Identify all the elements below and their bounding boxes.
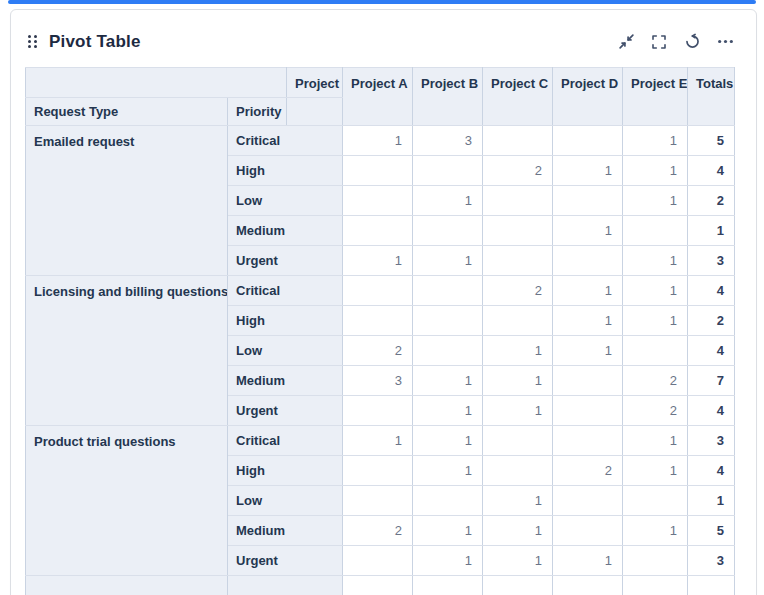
value-cell[interactable]: 3 xyxy=(343,366,413,396)
more-button[interactable] xyxy=(716,33,734,51)
value-cell xyxy=(413,576,483,595)
value-cell xyxy=(343,276,413,306)
value-cell[interactable]: 3 xyxy=(413,126,483,156)
value-cell[interactable]: 1 xyxy=(413,456,483,486)
value-cell[interactable]: 1 xyxy=(483,336,553,366)
total-cell[interactable]: 4 xyxy=(688,156,735,186)
priority-cell: Urgent xyxy=(228,396,343,426)
value-cell[interactable]: 2 xyxy=(623,396,688,426)
total-cell[interactable]: 4 xyxy=(688,336,735,366)
value-cell xyxy=(483,216,553,246)
value-cell[interactable]: 1 xyxy=(553,216,623,246)
priority-cell: Low xyxy=(228,186,343,216)
top-accent-bar xyxy=(8,0,756,4)
value-cell[interactable]: 1 xyxy=(483,396,553,426)
table-row-partial xyxy=(26,576,735,595)
total-cell[interactable]: 3 xyxy=(688,546,735,576)
value-cell[interactable]: 1 xyxy=(343,246,413,276)
value-cell[interactable]: 2 xyxy=(553,456,623,486)
value-cell xyxy=(343,546,413,576)
priority-cell: High xyxy=(228,306,343,336)
value-cell xyxy=(343,216,413,246)
minimize-button[interactable] xyxy=(617,33,635,51)
total-cell[interactable]: 1 xyxy=(688,486,735,516)
value-cell[interactable]: 1 xyxy=(623,306,688,336)
column-header-totals: Totals xyxy=(688,68,735,126)
priority-spacer-cell xyxy=(287,98,343,126)
request-type-header: Request Type xyxy=(26,98,228,126)
request-type-cell: Product trial questions xyxy=(26,426,228,576)
value-cell[interactable]: 1 xyxy=(413,186,483,216)
value-cell[interactable]: 1 xyxy=(623,246,688,276)
value-cell[interactable]: 1 xyxy=(413,426,483,456)
value-cell xyxy=(553,486,623,516)
value-cell xyxy=(483,186,553,216)
total-cell[interactable]: 1 xyxy=(688,216,735,246)
total-cell[interactable]: 7 xyxy=(688,366,735,396)
priority-cell: Medium xyxy=(228,366,343,396)
value-cell[interactable]: 2 xyxy=(343,336,413,366)
total-cell[interactable]: 3 xyxy=(688,246,735,276)
value-cell[interactable]: 1 xyxy=(553,276,623,306)
total-cell[interactable]: 3 xyxy=(688,426,735,456)
total-cell[interactable]: 2 xyxy=(688,306,735,336)
value-cell xyxy=(553,126,623,156)
value-cell xyxy=(483,306,553,336)
total-cell[interactable]: 5 xyxy=(688,126,735,156)
priority-cell: Critical xyxy=(228,276,343,306)
value-cell[interactable]: 1 xyxy=(623,126,688,156)
value-cell[interactable]: 1 xyxy=(553,156,623,186)
gadget-toolbar xyxy=(617,33,734,51)
value-cell[interactable]: 1 xyxy=(483,486,553,516)
value-cell[interactable]: 1 xyxy=(413,516,483,546)
value-cell xyxy=(343,306,413,336)
value-cell xyxy=(553,516,623,546)
value-cell[interactable]: 1 xyxy=(413,396,483,426)
value-cell[interactable]: 2 xyxy=(483,156,553,186)
refresh-icon xyxy=(684,33,701,50)
value-cell[interactable]: 1 xyxy=(413,366,483,396)
value-cell xyxy=(623,216,688,246)
column-header-project-c: Project C xyxy=(483,68,553,126)
value-cell xyxy=(413,156,483,186)
total-cell[interactable]: 4 xyxy=(688,396,735,426)
total-cell[interactable]: 5 xyxy=(688,516,735,546)
total-cell[interactable]: 4 xyxy=(688,456,735,486)
table-row: Product trial questionsCritical1113 xyxy=(26,426,735,456)
value-cell[interactable]: 1 xyxy=(623,186,688,216)
value-cell[interactable]: 1 xyxy=(413,246,483,276)
value-cell[interactable]: 1 xyxy=(623,516,688,546)
value-cell[interactable]: 1 xyxy=(623,276,688,306)
pivot-table-gadget: Pivot Table xyxy=(10,9,757,595)
refresh-button[interactable] xyxy=(683,33,701,51)
drag-handle-icon[interactable] xyxy=(28,35,37,48)
column-header-project-d: Project D xyxy=(553,68,623,126)
value-cell xyxy=(413,486,483,516)
value-cell xyxy=(553,396,623,426)
value-cell[interactable]: 2 xyxy=(483,276,553,306)
value-cell[interactable]: 1 xyxy=(623,156,688,186)
value-cell[interactable]: 1 xyxy=(483,366,553,396)
column-dimension-header: Project xyxy=(287,68,343,98)
value-cell xyxy=(623,546,688,576)
value-cell[interactable]: 1 xyxy=(623,456,688,486)
value-cell[interactable]: 1 xyxy=(343,426,413,456)
value-cell[interactable]: 1 xyxy=(553,306,623,336)
value-cell[interactable]: 1 xyxy=(343,126,413,156)
value-cell[interactable]: 1 xyxy=(623,426,688,456)
value-cell[interactable]: 1 xyxy=(553,336,623,366)
value-cell[interactable]: 1 xyxy=(413,546,483,576)
value-cell xyxy=(483,576,553,595)
gadget-header: Pivot Table xyxy=(11,10,756,67)
fullscreen-button[interactable] xyxy=(650,33,668,51)
value-cell[interactable]: 1 xyxy=(483,546,553,576)
total-cell[interactable]: 2 xyxy=(688,186,735,216)
value-cell[interactable]: 1 xyxy=(483,516,553,546)
value-cell[interactable]: 2 xyxy=(343,516,413,546)
value-cell[interactable]: 1 xyxy=(553,546,623,576)
pivot-table-body: Emailed requestCritical1315High2114Low11… xyxy=(26,126,735,595)
priority-cell xyxy=(228,576,343,595)
total-cell[interactable]: 4 xyxy=(688,276,735,306)
value-cell[interactable]: 2 xyxy=(623,366,688,396)
total-cell xyxy=(688,576,735,595)
